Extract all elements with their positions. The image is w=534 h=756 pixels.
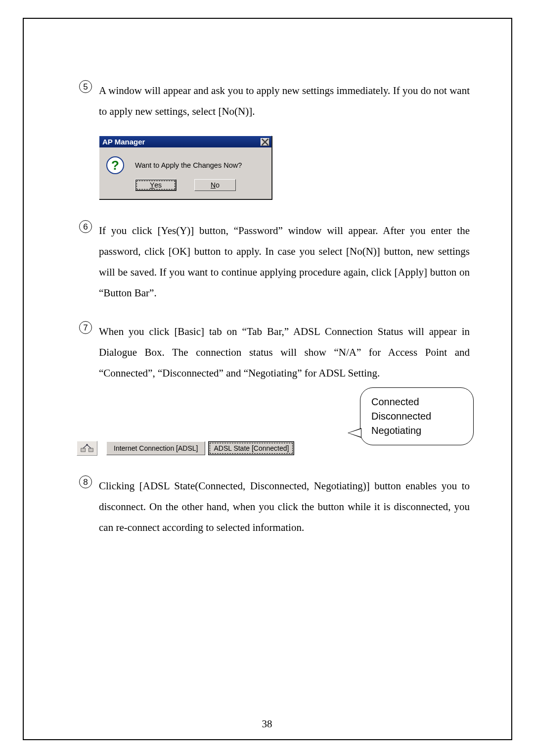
status-figure: Connected Disconnected Negotiating Inter… (79, 392, 470, 457)
close-icon[interactable] (261, 138, 269, 146)
network-icon (77, 441, 97, 456)
page-number: 38 (0, 718, 534, 730)
list-number-5: 5 (79, 80, 92, 93)
callout-line-2: Disconnected (371, 409, 462, 424)
svg-rect-0 (81, 448, 86, 452)
no-rest: o (216, 181, 220, 189)
list-item-7: 7 When you click [Basic] tab on “Tab Bar… (79, 321, 470, 383)
callout-line-3: Negotiating (371, 424, 462, 438)
list-text-5: A window will appear and ask you to appl… (99, 80, 470, 122)
list-number-6: 6 (79, 220, 92, 233)
status-bar: Internet Connection [ADSL] ADSL State [C… (77, 440, 363, 457)
list-item-8: 8 Clicking [ADSL State(Connected, Discon… (79, 475, 470, 538)
callout-line-1: Connected (371, 395, 462, 409)
svg-rect-1 (89, 448, 93, 452)
callout-tail-icon (348, 428, 361, 438)
svg-point-2 (86, 444, 88, 446)
yes-underline: Y (150, 181, 154, 189)
dialog-titlebar: AP Manager (99, 136, 271, 147)
list-number-7: 7 (79, 321, 92, 334)
no-underline: N (211, 181, 216, 189)
question-icon: ? (106, 156, 124, 174)
dialog-body: ? Want to Apply the Changes Now? (99, 147, 271, 179)
dialog-message: Want to Apply the Changes Now? (135, 161, 242, 169)
document-content: 5 A window will appear and ask you to ap… (79, 80, 470, 547)
yes-rest: es (154, 181, 162, 189)
status-callout: Connected Disconnected Negotiating (360, 387, 474, 445)
list-item-6: 6 If you click [Yes(Y)] button, “Passwor… (79, 220, 470, 303)
status-label: Internet Connection [ADSL] (106, 441, 205, 455)
list-text-7: When you click [Basic] tab on “Tab Bar,”… (99, 321, 470, 383)
adsl-state-button[interactable]: ADSL State [Connected] (208, 441, 294, 455)
dialog-title: AP Manager (102, 138, 145, 146)
list-number-8: 8 (79, 475, 92, 488)
no-button[interactable]: No (194, 179, 236, 191)
list-text-6: If you click [Yes(Y)] button, “Password”… (99, 220, 470, 303)
ap-manager-dialog: AP Manager ? Want to Apply the Changes N… (99, 136, 272, 199)
list-item-5: 5 A window will appear and ask you to ap… (79, 80, 470, 122)
yes-button[interactable]: Yes (135, 179, 177, 191)
dialog-buttons: Yes No (99, 179, 271, 199)
list-text-8: Clicking [ADSL State(Connected, Disconne… (99, 475, 470, 538)
